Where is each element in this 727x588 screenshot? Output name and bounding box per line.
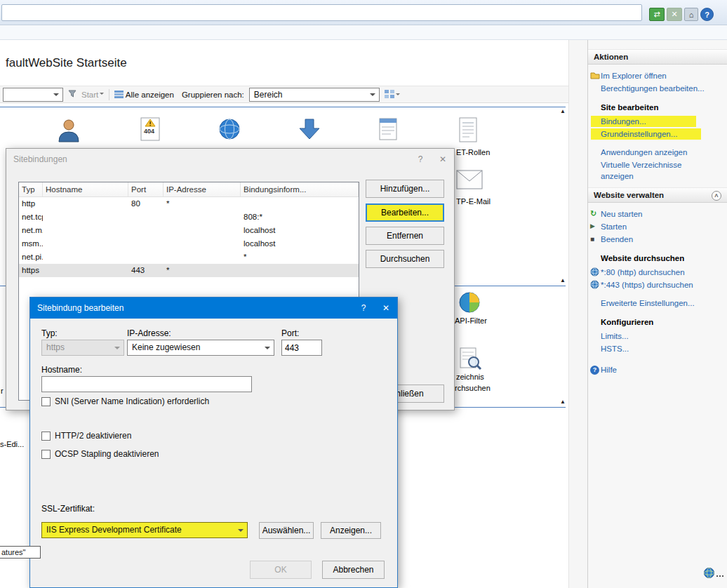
ok-button[interactable]: OK <box>250 561 312 579</box>
http2-checkbox[interactable] <box>41 432 51 441</box>
chevron-down-icon <box>100 93 104 97</box>
dialog-titlebar[interactable]: Sitebindungen ? ✕ <box>6 149 454 170</box>
address-bar[interactable] <box>1 4 642 21</box>
group-by-select[interactable]: Bereich <box>249 88 380 102</box>
sidebar-item-start[interactable]: ▶ Starten <box>601 221 721 232</box>
table-row[interactable]: net.pi... * <box>19 250 359 264</box>
filter-start-label: Start <box>81 91 98 99</box>
actions-header: Aktionen <box>588 49 727 65</box>
dialog-titlebar[interactable]: Sitebindung bearbeiten ? ✕ <box>30 298 397 319</box>
sidebar-item-view-virtual-dirs[interactable]: Virtuelle Verzeichnisse anzeigen <box>601 159 707 182</box>
funnel-icon <box>68 90 76 100</box>
column-header[interactable]: IP-Adresse <box>164 182 241 196</box>
collapse-section-arrow[interactable]: ▲ <box>560 278 566 283</box>
table-row[interactable]: msm... localhost <box>19 237 359 250</box>
collapse-section-arrow[interactable]: ▲ <box>560 109 566 114</box>
sidebar-item-limits[interactable]: Limits... <box>601 330 721 342</box>
type-select[interactable]: https <box>41 340 124 356</box>
page-search-icon[interactable] <box>458 347 483 374</box>
envelope-icon[interactable] <box>456 170 483 192</box>
globe-icon[interactable] <box>218 117 241 143</box>
sync-button[interactable]: ⇄ <box>649 8 665 21</box>
sidebar-item-bindings[interactable]: Bindungen... <box>591 116 696 127</box>
checkbox-label: OCSP Stapling deaktivieren <box>55 449 159 459</box>
cell-info <box>241 197 359 211</box>
sidebar-item-basic-settings[interactable]: Grundeinstellungen... <box>591 128 701 140</box>
column-header[interactable]: Port <box>128 182 164 196</box>
sidebar-item-browse-http[interactable]: *:80 (http) durchsuchen <box>601 267 721 278</box>
ellipsis-dot <box>716 575 718 577</box>
error-404-icon[interactable]: 404 <box>138 116 163 144</box>
cancel-button[interactable]: Abbrechen <box>322 561 385 579</box>
http2-checkbox-row[interactable]: HTTP/2 deaktivieren <box>41 431 131 441</box>
ssl-certificate-select[interactable]: IIS Express Development Certificate <box>41 522 248 538</box>
edit-binding-button[interactable]: Bearbeiten... <box>366 203 444 222</box>
sidebar-item-browse-https[interactable]: *:443 (https) durchsuchen <box>601 279 721 290</box>
sidebar-item-edit-permissions[interactable]: Berechtigungen bearbeiten... <box>601 83 721 94</box>
collapse-section-arrow[interactable]: ▲ <box>560 399 566 405</box>
scrollbar-track[interactable] <box>569 40 587 588</box>
sidebar-item-help[interactable]: ? Hilfe <box>601 364 721 375</box>
download-arrow-icon[interactable] <box>298 117 321 143</box>
sidebar-item-label: Im Explorer öffnen <box>601 72 667 80</box>
home-button[interactable]: ⌂ <box>684 8 698 21</box>
filter-start-button[interactable]: Start <box>81 91 104 99</box>
dialog-title: Sitebindung bearbeiten <box>30 303 352 313</box>
column-header[interactable]: Hostname <box>43 182 128 196</box>
sphere-filter-icon[interactable] <box>458 290 481 316</box>
sidebar-item-label: Beenden <box>601 235 633 243</box>
select-certificate-button[interactable]: Auswählen... <box>259 522 314 539</box>
table-row[interactable]: net.tcp 808:* <box>19 211 359 224</box>
table-row-selected[interactable]: https 443 * <box>19 264 359 277</box>
dialog-help-button[interactable]: ? <box>409 149 432 170</box>
show-all-button[interactable]: Alle anzeigen <box>114 91 174 99</box>
cell-hostname <box>43 211 128 224</box>
form-page-icon[interactable] <box>376 116 400 144</box>
help-button[interactable]: ? <box>700 8 714 21</box>
view-certificate-button[interactable]: Anzeigen... <box>321 522 381 539</box>
hostname-label: Hostname: <box>41 365 82 375</box>
manage-website-header[interactable]: Website verwalten ˄ <box>588 187 727 203</box>
ocsp-checkbox[interactable] <box>41 450 51 459</box>
page-title: faultWebSite Startseite <box>6 56 127 70</box>
dialog-help-button[interactable]: ? <box>352 298 375 319</box>
sidebar-item-advanced-settings[interactable]: Erweiterte Einstellungen... <box>601 298 721 309</box>
sidebar-header-edit-site: Site bearbeiten <box>601 102 721 113</box>
hostname-input[interactable] <box>41 376 252 392</box>
sidebar-item-view-applications[interactable]: Anwendungen anzeigen <box>601 147 721 158</box>
sidebar-item-label: Erweiterte Einstellungen... <box>601 299 695 307</box>
features-toolbar: Start Alle anzeigen Gruppieren nach: Ber… <box>0 86 568 103</box>
sidebar-item-stop[interactable]: ■ Beenden <box>601 234 721 245</box>
dialog-close-button[interactable]: ✕ <box>375 298 397 319</box>
port-input[interactable] <box>281 340 322 356</box>
ip-address-select[interactable]: Keine zugewiesen <box>127 340 274 356</box>
table-row[interactable]: http 80 * <box>19 197 359 211</box>
list-icon <box>114 91 124 98</box>
restart-icon: ↻ <box>590 209 600 218</box>
collapse-chevron-icon[interactable]: ˄ <box>712 191 721 201</box>
person-icon[interactable] <box>56 116 81 145</box>
filter-combo[interactable] <box>3 88 63 102</box>
feature-label: rchsuchen <box>455 384 491 392</box>
cell-port <box>128 237 164 250</box>
dialog-close-button[interactable]: ✕ <box>432 149 454 170</box>
sni-checkbox-row[interactable]: SNI (Server Name Indication) erforderlic… <box>41 396 209 406</box>
remove-binding-button[interactable]: Entfernen <box>366 227 444 245</box>
table-row[interactable]: net.m... localhost <box>19 224 359 237</box>
browse-binding-button[interactable]: Durchsuchen <box>366 250 444 268</box>
actions-group-manage: ↻ Neu starten ▶ Starten ■ Beenden Websit… <box>588 203 727 381</box>
tray-network-icon[interactable] <box>703 567 723 579</box>
column-header[interactable]: Bindungsinform... <box>241 182 359 196</box>
column-header[interactable]: Typ <box>19 182 43 196</box>
sidebar-item-restart[interactable]: ↻ Neu starten <box>601 208 721 220</box>
document-icon[interactable] <box>456 116 480 145</box>
stop-load-button[interactable]: ✕ <box>667 8 682 21</box>
edit-binding-dialog: Sitebindung bearbeiten ? ✕ Typ: IP-Adres… <box>29 297 398 588</box>
view-mode-button[interactable] <box>385 90 400 99</box>
ocsp-checkbox-row[interactable]: OCSP Stapling deaktivieren <box>41 449 159 459</box>
clipped-label-fragment: r <box>1 387 4 395</box>
sni-checkbox[interactable] <box>41 397 51 406</box>
add-binding-button[interactable]: Hinzufügen... <box>366 180 444 198</box>
sidebar-item-open-explorer[interactable]: Im Explorer öffnen <box>601 70 721 81</box>
sidebar-item-hsts[interactable]: HSTS... <box>601 343 721 354</box>
